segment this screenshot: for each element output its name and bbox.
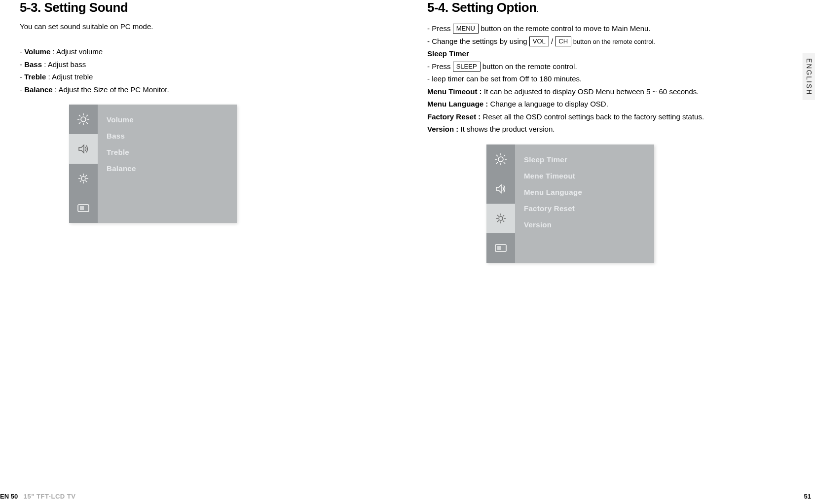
line-language: Menu Language : Change a language to dis… xyxy=(427,98,795,110)
right-column: 5-4. Setting Option. - Press MENU button… xyxy=(427,0,795,263)
page-left: EN 50 xyxy=(0,493,18,500)
osd-icon-strip xyxy=(69,105,98,223)
osd-item: Treble xyxy=(107,144,228,160)
item-volume: - Volume : Adjust volume xyxy=(20,45,388,58)
ch-button-label: CH xyxy=(555,36,571,46)
osd-item: Menu Language xyxy=(524,184,645,200)
svg-rect-19 xyxy=(80,206,84,210)
brightness-icon xyxy=(69,105,98,134)
language-tab: ENGLISH xyxy=(803,53,815,100)
svg-point-20 xyxy=(498,157,503,162)
osd-item: Sleep Timer xyxy=(524,151,645,168)
svg-point-9 xyxy=(81,177,85,180)
svg-line-27 xyxy=(504,155,505,156)
speaker-icon xyxy=(69,134,98,164)
line-sleep-range: - leep timer can be set from Off to 180 … xyxy=(427,72,795,85)
monitor-icon xyxy=(69,193,98,223)
item-bass: - Bass : Adjust bass xyxy=(20,58,388,71)
line-version: Version : It shows the product version. xyxy=(427,123,795,136)
page-right: 51 xyxy=(804,493,811,500)
osd-menu-sound: Volume Bass Treble Balance xyxy=(69,105,237,223)
item-treble: - Treble : Adjust treble xyxy=(20,71,388,83)
menu-button-label: MENU xyxy=(453,24,479,34)
line-press-sleep: - Press SLEEP button on the remote contr… xyxy=(427,60,795,73)
vol-button-label: VOL xyxy=(529,36,549,46)
gear-icon xyxy=(69,164,98,193)
line-timeout: Menu Timeout : It can be adjusted to dis… xyxy=(427,85,795,98)
svg-line-34 xyxy=(497,215,499,216)
svg-line-15 xyxy=(85,180,87,182)
svg-line-6 xyxy=(86,122,88,124)
svg-line-5 xyxy=(79,115,80,116)
svg-point-29 xyxy=(499,216,503,220)
osd-item: Version xyxy=(524,216,645,233)
svg-line-26 xyxy=(504,162,505,164)
svg-line-16 xyxy=(85,175,87,177)
osd-item: Balance xyxy=(107,160,228,177)
svg-line-37 xyxy=(497,220,499,222)
osd-item: Mene Timeout xyxy=(524,168,645,184)
intro-sound: You can set sound suitable on PC mode. xyxy=(20,22,388,31)
sleep-button-label: SLEEP xyxy=(453,62,481,72)
speaker-icon xyxy=(486,174,515,204)
svg-line-36 xyxy=(503,215,504,216)
svg-line-14 xyxy=(80,175,81,177)
footer-model: 15" TFT-LCD TV xyxy=(24,493,76,500)
osd-item: Volume xyxy=(107,111,228,128)
osd-item: Bass xyxy=(107,128,228,144)
line-reset: Factory Reset : Reset all the OSD contro… xyxy=(427,110,795,123)
svg-line-8 xyxy=(79,122,80,124)
line-press-menu: - Press MENU button on the remote contro… xyxy=(427,22,795,35)
osd-items: Volume Bass Treble Balance xyxy=(98,105,237,223)
gear-icon xyxy=(486,204,515,233)
osd-items: Sleep Timer Mene Timeout Menu Language F… xyxy=(515,144,654,263)
svg-line-28 xyxy=(496,162,498,164)
footer-left: EN 50 15" TFT-LCD TV xyxy=(0,493,75,500)
osd-icon-strip xyxy=(486,144,515,263)
sleep-heading: Sleep Timer xyxy=(427,47,795,60)
footer: EN 50 15" TFT-LCD TV 51 xyxy=(0,493,815,500)
svg-rect-39 xyxy=(497,246,501,250)
brightness-icon xyxy=(486,144,515,174)
osd-menu-option: Sleep Timer Mene Timeout Menu Language F… xyxy=(486,144,654,263)
item-balance: - Balance : Adjust the Size of the PC Mo… xyxy=(20,83,388,96)
left-column: 5-3. Setting Sound You can set sound sui… xyxy=(20,0,388,263)
monitor-icon xyxy=(486,233,515,263)
svg-line-17 xyxy=(80,180,81,182)
svg-line-25 xyxy=(496,155,498,156)
heading-option: 5-4. Setting Option. xyxy=(427,0,795,15)
line-change: - Change the settings by using VOL / CH … xyxy=(427,35,795,48)
svg-point-0 xyxy=(81,117,86,122)
heading-sound: 5-3. Setting Sound xyxy=(20,0,388,15)
svg-line-35 xyxy=(503,220,504,222)
svg-line-7 xyxy=(86,115,88,116)
osd-item: Factory Reset xyxy=(524,200,645,216)
